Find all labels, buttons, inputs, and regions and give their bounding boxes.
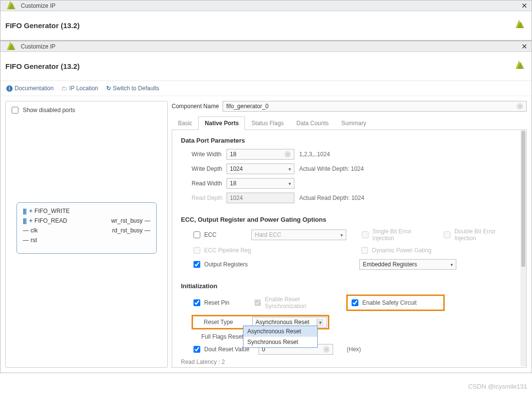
toolbar: i Documentation 🗀 IP Location ↻ Switch t… [0, 81, 532, 96]
write-depth-label: Write Depth [192, 165, 226, 172]
section-ecc-title: ECC, Output Register and Power Gating Op… [181, 216, 517, 223]
enable-reset-sync-label: Enable Reset Synchronization [265, 296, 338, 310]
port-fifo-read: |||+FIFO_READ [23, 217, 111, 224]
xilinx-logo-icon [513, 18, 527, 32]
xilinx-icon [4, 40, 18, 53]
port-clk: —clk [23, 227, 111, 234]
block-diagram: |||+FIFO_WRITE |||+FIFO_READ —clk —rst w… [16, 202, 157, 254]
app-title-bar: FIFO Generator (13.2) [0, 52, 532, 81]
tab-native-ports[interactable]: Native Ports [198, 116, 245, 130]
switch-defaults-link[interactable]: ↻ Switch to Defaults [106, 85, 160, 92]
enable-safety-label: Enable Safety Circuit [362, 299, 417, 306]
folder-icon: 🗀 [62, 85, 67, 92]
section-data-port-title: Data Port Parameters [181, 137, 517, 144]
port-empty [111, 208, 150, 214]
chevron-down-icon: ▾ [340, 232, 343, 238]
refresh-icon: ↻ [106, 85, 111, 92]
native-ports-panel: Data Port Parameters Write Width 18✕ 1,2… [172, 130, 527, 368]
show-disabled-ports-label: Show disabled ports [23, 107, 75, 114]
read-width-select[interactable]: 18▾ [226, 178, 294, 189]
outer-window-title: Customize IP [21, 2, 55, 9]
read-latency-label: Read Latency : 2 [181, 359, 517, 365]
reset-type-dropdown[interactable]: Asynchronous Reset Synchronous Reset [243, 326, 318, 348]
enable-reset-sync-checkbox [255, 299, 261, 306]
ip-location-link[interactable]: 🗀 IP Location [62, 85, 98, 92]
scrollbar-thumb[interactable] [521, 131, 525, 267]
ecc-pipeline-label: ECC Pipeline Reg [204, 247, 251, 254]
show-disabled-ports-checkbox[interactable] [12, 107, 18, 114]
inner-window: Customize IP ✕ FIFO Generator (13.2) i D… [0, 41, 532, 373]
ecc-type-select: Hard ECC▾ [251, 229, 346, 240]
inner-title-bar: Customize IP ✕ [0, 41, 532, 52]
component-name-value: fifo_generator_0 [226, 103, 268, 110]
left-pane: Show disabled ports |||+FIFO_WRITE |||+F… [5, 101, 168, 368]
outer-app-name: FIFO Generator (13.2) [5, 21, 80, 30]
tab-summary[interactable]: Summary [335, 116, 372, 130]
port-rd-rst-busy: rd_rst_busy— [111, 227, 150, 234]
chevron-down-icon: ▾ [317, 319, 323, 326]
highlight-safety: Enable Safety Circuit [346, 295, 445, 311]
reset-pin-label: Reset Pin [204, 299, 229, 306]
read-depth-hint: Actual Read Depth: 1024 [299, 195, 364, 201]
write-width-input[interactable]: 18✕ [226, 149, 294, 160]
dynamic-power-checkbox [361, 247, 368, 254]
app-name: FIFO Generator (13.2) [5, 62, 80, 70]
inner-window-title: Customize IP [21, 43, 55, 50]
info-icon: i [6, 85, 13, 92]
write-width-label: Write Width [192, 151, 226, 158]
port-wr-rst-busy: wr_rst_busy— [111, 217, 150, 224]
reset-type-label: Reset Type [194, 319, 252, 326]
clear-icon[interactable]: ✕ [516, 103, 523, 110]
ip-location-label: IP Location [69, 85, 98, 92]
ecc-checkbox[interactable] [193, 231, 200, 238]
xilinx-icon [4, 0, 18, 13]
write-depth-select[interactable]: 1024▾ [226, 164, 294, 174]
ecc-pipeline-checkbox [193, 247, 200, 254]
port-rst: —rst [23, 237, 111, 244]
chevron-down-icon: ▾ [289, 181, 291, 186]
component-name-input[interactable]: fifo_generator_0 ✕ [223, 101, 527, 112]
hex-label: (Hex) [347, 346, 361, 353]
main-pane: Component Name fifo_generator_0 ✕ Basic … [172, 101, 527, 368]
read-width-label: Read Width [192, 180, 226, 187]
tab-status-flags[interactable]: Status Flags [245, 116, 290, 130]
tabs: Basic Native Ports Status Flags Data Cou… [172, 116, 527, 130]
sbe-label: Single Bit Error Injection [372, 228, 434, 242]
reset-pin-checkbox[interactable] [193, 299, 200, 306]
read-depth-input: 1024 [226, 193, 294, 203]
switch-defaults-label: Switch to Defaults [113, 85, 160, 92]
documentation-link[interactable]: i Documentation [6, 85, 54, 92]
write-width-hint: 1,2,3,..1024 [299, 151, 330, 158]
xilinx-logo-icon [513, 59, 527, 72]
dynamic-power-label: Dynamic Power Gating [372, 247, 432, 254]
chevron-down-icon: ▾ [289, 166, 291, 172]
output-registers-checkbox[interactable] [193, 261, 200, 268]
component-name-label: Component Name [172, 103, 219, 110]
dbe-label: Double Bit Error Injection [454, 228, 517, 242]
dbe-checkbox [444, 231, 451, 238]
dropdown-item-sync[interactable]: Synchronous Reset [243, 337, 317, 347]
read-depth-label: Read Depth [192, 195, 226, 201]
outer-close-icon[interactable]: ✕ [521, 1, 528, 10]
port-fifo-write: |||+FIFO_WRITE [23, 208, 111, 214]
output-registers-label: Output Registers [204, 261, 248, 268]
dropdown-item-async[interactable]: Asynchronous Reset [243, 326, 317, 337]
section-init-title: Initialization [181, 282, 517, 290]
outer-window: Customize IP ✕ FIFO Generator (13.2) [0, 0, 532, 41]
documentation-label: Documentation [15, 85, 54, 92]
tab-basic[interactable]: Basic [172, 116, 198, 130]
outer-app-title-bar: FIFO Generator (13.2) [0, 11, 532, 40]
chevron-down-icon: ▾ [451, 262, 453, 267]
write-depth-hint: Actual Write Depth: 1024 [299, 165, 364, 172]
outer-title-bar: Customize IP ✕ [0, 0, 532, 11]
clear-icon[interactable]: ✕ [323, 346, 330, 353]
tab-data-counts[interactable]: Data Counts [290, 116, 335, 130]
clear-icon[interactable]: ✕ [284, 151, 291, 158]
enable-safety-checkbox[interactable] [352, 299, 358, 306]
panel-scrollbar[interactable] [520, 130, 526, 366]
output-registers-select[interactable]: Embedded Registers▾ [359, 259, 456, 270]
inner-close-icon[interactable]: ✕ [521, 42, 528, 51]
ecc-label: ECC [204, 231, 216, 238]
dout-reset-checkbox[interactable] [193, 346, 200, 353]
sbe-checkbox [362, 231, 369, 238]
